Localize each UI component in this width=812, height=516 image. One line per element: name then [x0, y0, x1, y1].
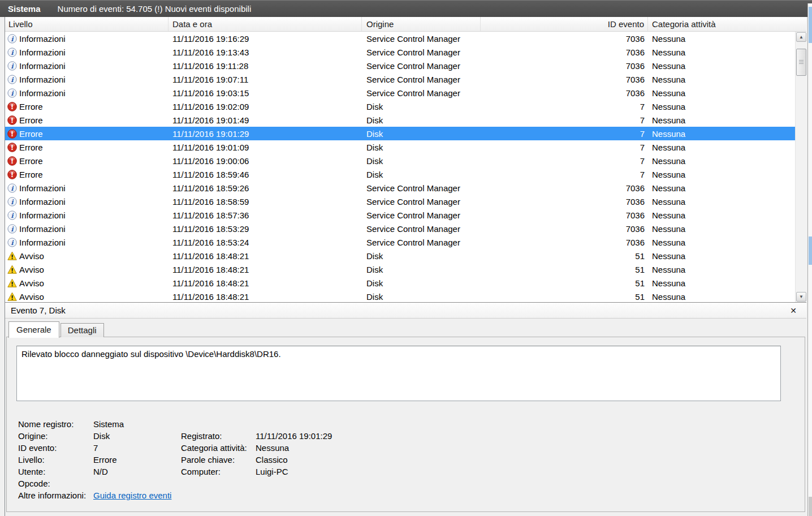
event-row[interactable]: iInformazioni 11/11/2016 19:07:11 Servic…	[5, 72, 795, 86]
date-cell: 11/11/2016 19:13:43	[169, 48, 362, 57]
event-row[interactable]: !Errore 11/11/2016 19:01:49 Disk 7 Nessu…	[5, 113, 795, 127]
level-label: Avviso	[19, 292, 44, 302]
error-icon: !	[7, 156, 17, 166]
event-row[interactable]: iInformazioni 11/11/2016 19:13:43 Servic…	[5, 45, 795, 59]
level-label: Errore	[19, 129, 43, 139]
source-cell: Service Control Manager	[362, 183, 481, 193]
tab-dettagli[interactable]: Dettagli	[61, 323, 104, 337]
event-row[interactable]: iInformazioni 11/11/2016 19:16:29 Servic…	[5, 32, 795, 45]
scrollbar-thumb[interactable]	[796, 49, 806, 76]
event-row[interactable]: iInformazioni 11/11/2016 19:11:28 Servic…	[5, 59, 795, 72]
event-row[interactable]: !Errore 11/11/2016 18:59:46 Disk 7 Nessu…	[5, 167, 795, 181]
close-icon[interactable]: ✕	[788, 306, 798, 315]
log-tab-sistema[interactable]: Sistema	[8, 4, 41, 14]
source-cell: Service Control Manager	[362, 34, 481, 44]
field-label	[181, 418, 256, 430]
event-id-cell: 7036	[481, 224, 648, 234]
svg-text:!: !	[11, 144, 14, 152]
source-cell: Service Control Manager	[362, 224, 481, 234]
field-label: Altre informazioni:	[18, 489, 93, 501]
field-value: Disk	[93, 430, 181, 442]
svg-text:!: !	[11, 130, 14, 138]
info-icon: i	[7, 75, 17, 84]
event-id-cell: 7	[481, 129, 648, 139]
field-value	[256, 489, 793, 501]
warning-icon: !	[7, 292, 17, 302]
column-header-categoria[interactable]: Categoria attività	[648, 17, 806, 31]
level-label: Avviso	[19, 251, 44, 261]
scroll-up-icon[interactable]: ▲	[796, 32, 806, 42]
source-cell: Service Control Manager	[362, 238, 481, 247]
event-row[interactable]: iInformazioni 11/11/2016 18:53:29 Servic…	[5, 222, 795, 235]
level-label: Avviso	[19, 278, 44, 288]
field-value: Guida registro eventi	[93, 489, 181, 501]
event-log-help-link[interactable]: Guida registro eventi	[93, 491, 171, 500]
event-id-cell: 51	[481, 265, 648, 274]
column-header-origine[interactable]: Origine	[362, 17, 481, 31]
outer-scrollbar-strip[interactable]	[807, 3, 812, 516]
info-icon: i	[7, 48, 17, 57]
level-label: Errore	[19, 156, 43, 166]
field-label	[181, 489, 256, 501]
field-label: Opcode:	[18, 478, 93, 489]
detail-field-row: Altre informazioni: Guida registro event…	[18, 489, 793, 501]
outer-scroll-thumb-top[interactable]	[809, 7, 812, 43]
column-header-id-evento[interactable]: ID evento	[481, 17, 648, 31]
event-row[interactable]: iInformazioni 11/11/2016 18:59:26 Servic…	[5, 181, 795, 195]
event-row[interactable]: !Avviso 11/11/2016 18:48:21 Disk 51 Ness…	[5, 249, 795, 263]
info-icon: i	[7, 238, 17, 247]
field-value: Sistema	[93, 418, 181, 430]
event-row[interactable]: !Errore 11/11/2016 19:01:09 Disk 7 Nessu…	[5, 140, 795, 154]
scroll-down-icon[interactable]: ▼	[796, 292, 806, 302]
outer-scroll-thumb-mid[interactable]	[809, 236, 812, 265]
level-cell: !Avviso	[5, 265, 169, 274]
event-detail-fields: Nome registro: Sistema Origine: Disk Reg…	[18, 418, 793, 501]
info-icon: i	[7, 210, 17, 220]
svg-text:!: !	[11, 171, 14, 179]
field-label: Origine:	[18, 430, 93, 442]
level-label: Informazioni	[19, 75, 66, 84]
event-id-cell: 7036	[481, 238, 648, 247]
date-cell: 11/11/2016 19:01:29	[169, 129, 362, 139]
event-row[interactable]: iInformazioni 11/11/2016 18:57:36 Servic…	[5, 208, 795, 222]
event-row[interactable]: !Errore 11/11/2016 19:00:06 Disk 7 Nessu…	[5, 154, 795, 167]
category-cell: Nessuna	[648, 75, 795, 84]
event-id-cell: 7036	[481, 197, 648, 207]
event-row[interactable]: iInformazioni 11/11/2016 19:03:15 Servic…	[5, 86, 795, 100]
event-description-box[interactable]: Rilevato blocco danneggiato sul disposit…	[16, 346, 781, 401]
source-cell: Service Control Manager	[362, 88, 481, 98]
event-row[interactable]: iInformazioni 11/11/2016 18:53:24 Servic…	[5, 235, 795, 249]
tab-generale[interactable]: Generale	[8, 321, 59, 338]
list-scrollbar[interactable]: ▲ ▼	[795, 32, 806, 302]
event-row[interactable]: !Avviso 11/11/2016 18:48:21 Disk 51 Ness…	[5, 290, 795, 302]
field-label	[181, 478, 256, 489]
category-cell: Nessuna	[648, 115, 795, 125]
event-row[interactable]: iInformazioni 11/11/2016 18:58:59 Servic…	[5, 195, 795, 208]
warning-icon: !	[7, 278, 17, 288]
level-cell: iInformazioni	[5, 61, 169, 71]
detail-field-row: Utente: N/D Computer: Luigi-PC	[18, 466, 793, 478]
level-label: Informazioni	[19, 34, 66, 44]
event-id-cell: 7036	[481, 48, 648, 57]
event-row[interactable]: !Errore 11/11/2016 19:02:09 Disk 7 Nessu…	[5, 100, 795, 113]
event-row[interactable]: !Errore 11/11/2016 19:01:29 Disk 7 Nessu…	[5, 127, 795, 140]
category-cell: Nessuna	[648, 48, 795, 57]
column-header-row: Livello Data e ora Origine ID evento Cat…	[5, 17, 806, 32]
info-icon: i	[7, 34, 17, 44]
date-cell: 11/11/2016 18:48:21	[169, 278, 362, 288]
column-header-livello[interactable]: Livello	[5, 17, 169, 31]
column-header-data-e-ora[interactable]: Data e ora	[169, 17, 362, 31]
level-cell: iInformazioni	[5, 197, 169, 207]
event-id-cell: 7036	[481, 183, 648, 193]
event-row[interactable]: !Avviso 11/11/2016 18:48:21 Disk 51 Ness…	[5, 276, 795, 290]
svg-text:!: !	[11, 157, 14, 165]
event-row[interactable]: !Avviso 11/11/2016 18:48:21 Disk 51 Ness…	[5, 263, 795, 276]
field-value	[256, 478, 793, 489]
category-cell: Nessuna	[648, 88, 795, 98]
source-cell: Disk	[362, 102, 481, 111]
tab-page-generale: Rilevato blocco danneggiato sul disposit…	[6, 337, 805, 512]
source-cell: Service Control Manager	[362, 75, 481, 84]
event-preview-panel: Evento 7, Disk ✕ Generale Dettagli Rilev…	[5, 302, 806, 516]
level-label: Errore	[19, 115, 43, 125]
category-cell: Nessuna	[648, 143, 795, 152]
